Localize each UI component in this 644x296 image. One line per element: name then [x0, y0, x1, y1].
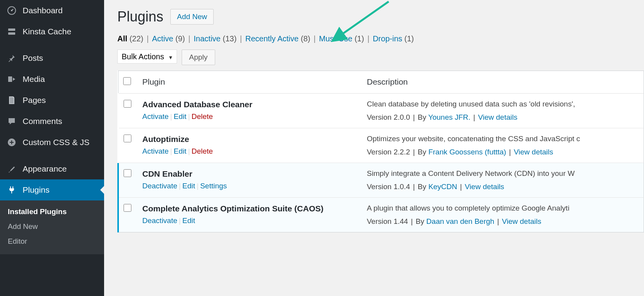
filter-separator: |	[237, 34, 245, 43]
filter-all[interactable]: All (22)	[117, 34, 143, 43]
plugin-author-link[interactable]: KeyCDN	[428, 183, 457, 191]
bulk-actions-select[interactable]: Bulk Actions	[117, 50, 177, 64]
sidebar-item-label: Kinsta Cache	[23, 27, 71, 36]
action-edit[interactable]: Edit	[174, 112, 187, 121]
sidebar-item-pages[interactable]: Pages	[0, 90, 104, 111]
by-prefix: By	[418, 113, 428, 121]
plugin-author-link[interactable]: Younes JFR.	[428, 113, 471, 121]
add-new-button[interactable]: Add New	[170, 9, 214, 25]
sidebar-sub-editor[interactable]: Editor	[0, 234, 104, 249]
sidebar-submenu: Installed PluginsAdd NewEditor	[0, 200, 104, 254]
action-activate[interactable]: Activate	[142, 147, 169, 155]
action-delete[interactable]: Delete	[191, 147, 213, 155]
row-checkbox[interactable]	[124, 204, 131, 212]
plugin-description: Simply integrate a Content Delivery Netw…	[367, 169, 639, 178]
sidebar-sub-add-new[interactable]: Add New	[0, 219, 104, 234]
plugin-meta: Version 2.0.0 | By Younes JFR. | View de…	[367, 113, 639, 122]
sidebar-item-custom-css-js[interactable]: Custom CSS & JS	[0, 132, 104, 153]
filter-links: All (22) | Active (9) | Inactive (13) | …	[117, 34, 644, 43]
action-deactivate[interactable]: Deactivate	[142, 216, 177, 225]
plugin-version: Version 1.0.4	[367, 183, 410, 191]
sidebar-item-posts[interactable]: Posts	[0, 48, 104, 69]
plugin-name: CDN Enabler	[142, 169, 357, 179]
plugins-table: Plugin Description Advanced Database Cle…	[117, 71, 644, 232]
plugin-name: Complete Analytics Optimization Suite (C…	[142, 204, 357, 213]
view-details-link[interactable]: View details	[478, 113, 517, 121]
plugin-meta: Version 2.2.2 | By Frank Goossens (futtt…	[367, 148, 639, 156]
plugin-description: A plugin that allows you to completely o…	[367, 204, 639, 213]
page-icon	[6, 95, 17, 106]
admin-sidebar: DashboardKinsta CachePostsMediaPagesComm…	[0, 0, 104, 296]
action-edit[interactable]: Edit	[174, 147, 187, 155]
row-actions: Deactivate|Edit	[142, 216, 357, 225]
sidebar-item-kinsta-cache[interactable]: Kinsta Cache	[0, 21, 104, 42]
apply-button[interactable]: Apply	[182, 50, 215, 65]
view-details-link[interactable]: View details	[465, 183, 504, 191]
page-title: Plugins	[117, 9, 163, 25]
svg-rect-4	[9, 97, 14, 104]
sidebar-item-media[interactable]: Media	[0, 69, 104, 90]
sidebar-sub-installed-plugins[interactable]: Installed Plugins	[0, 204, 104, 219]
view-details-link[interactable]: View details	[514, 148, 553, 156]
action-settings[interactable]: Settings	[200, 182, 227, 190]
action-delete[interactable]: Delete	[191, 112, 213, 121]
sidebar-item-dashboard[interactable]: Dashboard	[0, 0, 104, 21]
row-checkbox[interactable]	[124, 100, 131, 108]
plugin-meta: Version 1.44 | By Daan van den Bergh | V…	[367, 217, 639, 226]
comment-icon	[6, 116, 17, 127]
action-edit[interactable]: Edit	[182, 216, 195, 225]
filter-separator: |	[310, 34, 319, 43]
action-edit[interactable]: Edit	[182, 182, 195, 190]
sidebar-item-label: Posts	[23, 53, 43, 63]
pin-icon	[6, 53, 17, 64]
filter-must-use[interactable]: Must-Use (1)	[319, 34, 364, 43]
plugin-description: Optimizes your website, concatenating th…	[367, 135, 639, 143]
select-all-checkbox[interactable]	[123, 77, 131, 85]
svg-point-1	[11, 10, 12, 11]
plugin-row: Complete Analytics Optimization Suite (C…	[118, 198, 644, 232]
filter-active[interactable]: Active (9)	[152, 34, 185, 43]
plugin-row: CDN Enabler Deactivate|Edit|Settings Sim…	[118, 163, 644, 198]
by-prefix: By	[416, 217, 426, 225]
sidebar-item-label: Plugins	[23, 185, 50, 195]
filter-recently-active[interactable]: Recently Active (8)	[245, 34, 310, 43]
plugin-version: Version 2.2.2	[367, 148, 410, 156]
row-actions: Activate|Edit|Delete	[142, 147, 357, 156]
svg-rect-3	[8, 32, 15, 35]
by-prefix: By	[418, 148, 428, 156]
dashboard-icon	[6, 5, 17, 16]
sidebar-item-plugins[interactable]: Plugins	[0, 179, 104, 200]
row-actions: Deactivate|Edit|Settings	[142, 182, 357, 190]
plugin-version: Version 2.0.0	[367, 113, 410, 121]
plugin-row: Autoptimize Activate|Edit|Delete Optimiz…	[118, 128, 644, 163]
sidebar-item-label: Media	[23, 74, 45, 84]
sidebar-item-label: Dashboard	[23, 6, 63, 15]
media-icon	[6, 74, 17, 85]
filter-separator: |	[185, 34, 194, 43]
sidebar-item-label: Custom CSS & JS	[23, 138, 90, 147]
plugin-column-header[interactable]: Plugin	[138, 71, 362, 94]
plugin-row: Advanced Database Cleaner Activate|Edit|…	[118, 94, 644, 128]
action-deactivate[interactable]: Deactivate	[142, 182, 177, 190]
description-column-header[interactable]: Description	[362, 71, 644, 94]
filter-drop-ins[interactable]: Drop-ins (1)	[373, 34, 414, 43]
row-checkbox[interactable]	[124, 169, 131, 177]
filter-inactive[interactable]: Inactive (13)	[194, 34, 237, 43]
by-prefix: By	[418, 183, 428, 191]
row-checkbox[interactable]	[124, 135, 131, 142]
plugin-author-link[interactable]: Frank Goossens (futtta)	[428, 148, 506, 156]
filter-separator: |	[143, 34, 152, 43]
sidebar-item-appearance[interactable]: Appearance	[0, 158, 104, 179]
select-all-header	[118, 71, 138, 94]
plugin-version: Version 1.44	[367, 217, 408, 225]
sidebar-item-comments[interactable]: Comments	[0, 111, 104, 132]
action-activate[interactable]: Activate	[142, 112, 169, 121]
filter-separator: |	[364, 34, 373, 43]
plug-icon	[6, 184, 17, 195]
sidebar-item-label: Comments	[23, 117, 62, 126]
brush-icon	[6, 163, 17, 174]
view-details-link[interactable]: View details	[502, 217, 541, 225]
plugin-meta: Version 1.0.4 | By KeyCDN | View details	[367, 183, 639, 191]
plugin-author-link[interactable]: Daan van den Bergh	[426, 217, 494, 225]
main-content: Plugins Add New All (22) | Active (9) | …	[104, 0, 644, 296]
